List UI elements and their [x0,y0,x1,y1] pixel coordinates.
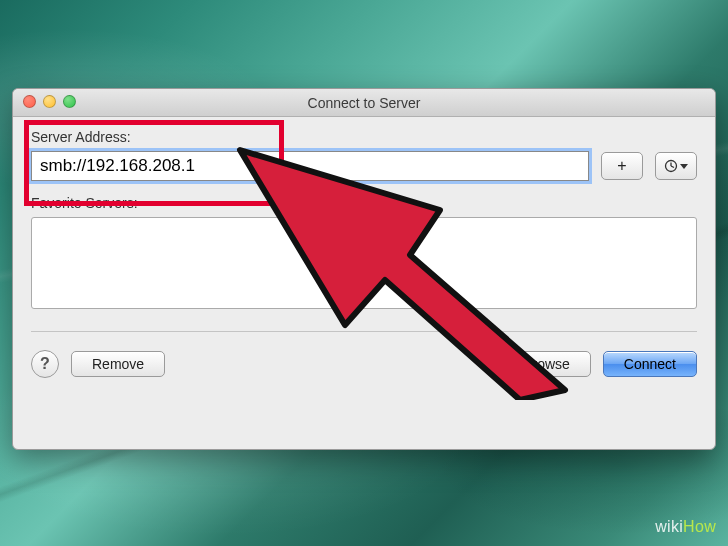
watermark-prefix: wiki [655,518,683,535]
server-address-label: Server Address: [31,129,697,145]
close-icon[interactable] [23,95,36,108]
watermark-suffix: How [683,518,716,535]
remove-button[interactable]: Remove [71,351,165,377]
connect-to-server-window: Connect to Server Server Address: + Favo… [12,88,716,450]
zoom-icon[interactable] [63,95,76,108]
watermark: wikiHow [655,518,716,536]
server-address-row: + [31,151,697,181]
clock-dropdown-icon [664,159,688,173]
help-button[interactable]: ? [31,350,59,378]
server-address-input[interactable] [31,151,589,181]
favorite-servers-label: Favorite Servers: [31,195,697,211]
minimize-icon[interactable] [43,95,56,108]
window-body: Server Address: + Favorite Servers: ? Re… [13,117,715,378]
add-favorite-button[interactable]: + [601,152,643,180]
browse-button[interactable]: Browse [502,351,591,377]
svg-line-2 [671,166,674,168]
titlebar[interactable]: Connect to Server [13,89,715,117]
window-title: Connect to Server [308,95,421,111]
connect-button[interactable]: Connect [603,351,697,377]
traffic-lights [23,95,76,108]
favorite-servers-list[interactable] [31,217,697,309]
footer-row: ? Remove Browse Connect [31,350,697,378]
history-button[interactable] [655,152,697,180]
divider [31,331,697,332]
